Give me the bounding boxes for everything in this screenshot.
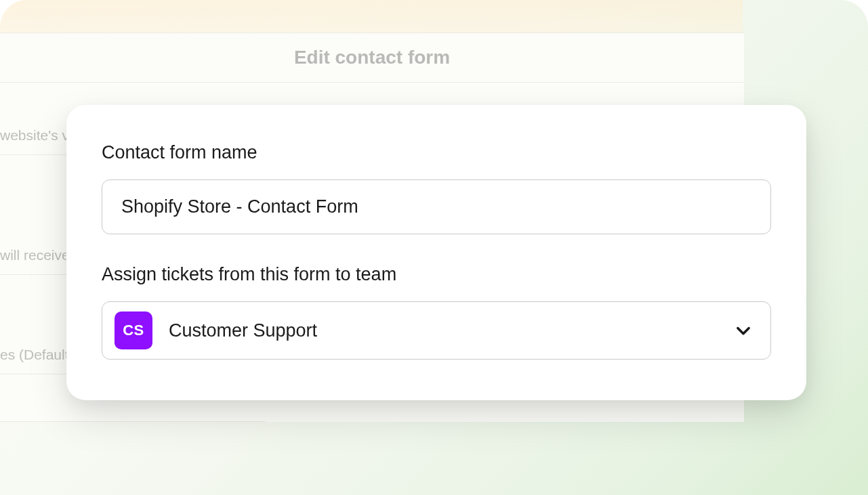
panel-header: Edit contact form: [0, 33, 744, 83]
contact-form-name-group: Contact form name: [102, 142, 771, 234]
assign-team-group: Assign tickets from this form to team CS…: [102, 264, 771, 360]
background-row-text: will receive: [0, 247, 70, 263]
chevron-down-icon: [734, 321, 753, 340]
team-badge-text: CS: [123, 322, 144, 339]
contact-form-name-input[interactable]: [102, 179, 771, 234]
assign-team-label: Assign tickets from this form to team: [102, 264, 771, 285]
panel-title: Edit contact form: [14, 47, 730, 68]
team-badge: CS: [115, 311, 152, 349]
background-row-text: website's v: [0, 127, 69, 143]
team-select-value: Customer Support: [169, 320, 734, 341]
team-select[interactable]: CS Customer Support: [102, 301, 771, 360]
edit-contact-form-modal: Contact form name Assign tickets from th…: [66, 105, 806, 400]
background-row-text: es (Default: [0, 347, 69, 362]
contact-form-name-label: Contact form name: [102, 142, 771, 163]
top-banner: [0, 0, 743, 34]
